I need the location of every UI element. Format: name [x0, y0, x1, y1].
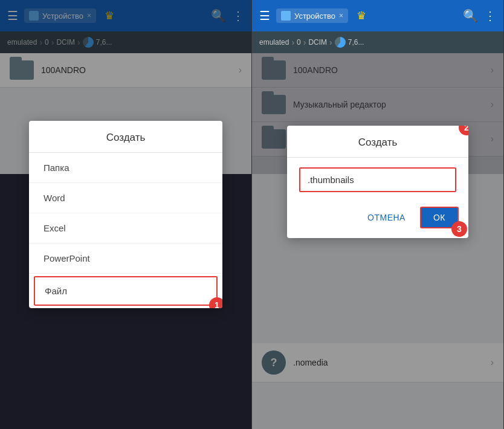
dialog-item-file[interactable]: Файл 1: [34, 276, 218, 306]
right-panel: ☰ Устройство × ♛ 🔍 ⋮ emulated › 0 › DCIM…: [252, 0, 504, 429]
left-dialog: Создать Папка Word Excel PowerPoint Файл…: [29, 121, 222, 308]
right-tab-label: Устройство: [294, 11, 335, 21]
right-breadcrumb-sep2: ›: [303, 37, 306, 47]
right-search-icon[interactable]: 🔍: [463, 8, 478, 23]
right-tab-folder-icon: [281, 11, 291, 21]
cancel-button[interactable]: Отмена: [358, 207, 415, 228]
right-topbar: ☰ Устройство × ♛ 🔍 ⋮: [252, 0, 503, 31]
badge-3: 3: [451, 221, 467, 237]
filename-input[interactable]: [299, 167, 456, 192]
right-crown-icon: ♛: [357, 9, 366, 22]
dialog-item-excel[interactable]: Excel: [29, 213, 222, 244]
right-breadcrumb-emulated[interactable]: emulated: [259, 38, 289, 47]
dialog-item-folder[interactable]: Папка: [29, 153, 222, 183]
right-dialog: 2 Создать Отмена ОК 3: [287, 126, 468, 238]
right-breadcrumb-dcim[interactable]: DCIM: [308, 38, 327, 47]
right-more-icon[interactable]: ⋮: [484, 8, 496, 23]
left-panel: ☰ Устройство × ♛ 🔍 ⋮ emulated › 0 › DCIM…: [0, 0, 252, 429]
ok-button-container: ОК 3: [420, 207, 459, 228]
right-dialog-overlay: 2 Создать Отмена ОК 3: [252, 53, 503, 429]
dialog-item-word[interactable]: Word: [29, 183, 222, 213]
dialog-input-area: [287, 158, 468, 202]
right-storage-icon: [335, 37, 346, 48]
right-breadcrumb: emulated › 0 › DCIM › 7,6...: [252, 31, 503, 53]
badge-1: 1: [209, 297, 222, 308]
right-storage-size: 7,6...: [348, 38, 364, 47]
right-tab[interactable]: Устройство ×: [276, 8, 348, 23]
right-tab-close-icon[interactable]: ×: [339, 11, 343, 20]
right-menu-icon[interactable]: ☰: [259, 8, 270, 23]
left-dialog-title: Создать: [29, 121, 222, 153]
right-breadcrumb-sep3: ›: [329, 37, 332, 47]
left-dialog-overlay: Создать Папка Word Excel PowerPoint Файл…: [0, 0, 251, 429]
right-breadcrumb-0[interactable]: 0: [297, 38, 301, 47]
right-breadcrumb-storage: 7,6...: [335, 37, 364, 48]
right-breadcrumb-sep1: ›: [291, 37, 294, 47]
right-dialog-title: Создать: [287, 126, 468, 158]
dialog-actions: Отмена ОК 3: [287, 202, 468, 238]
dialog-item-powerpoint[interactable]: PowerPoint: [29, 244, 222, 274]
